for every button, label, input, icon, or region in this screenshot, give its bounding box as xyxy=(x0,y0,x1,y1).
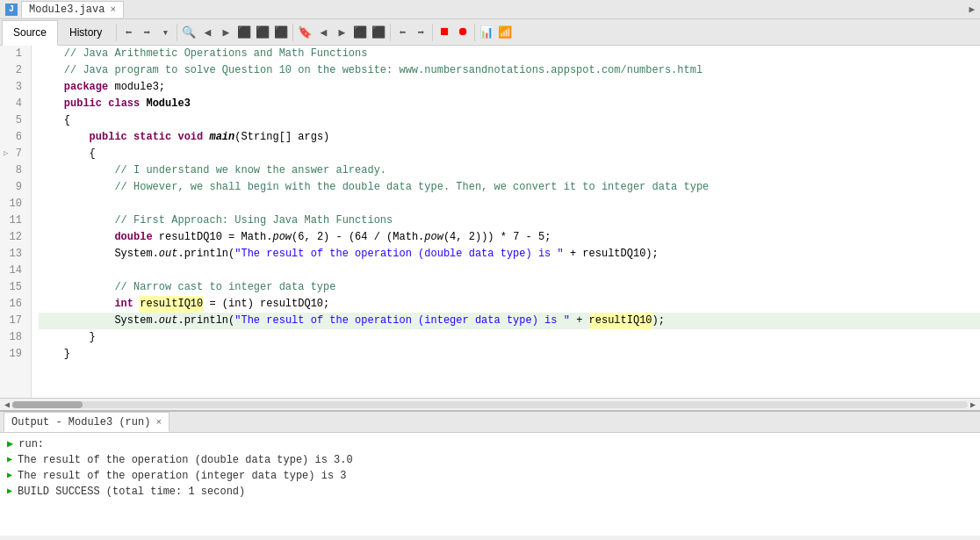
record-icon[interactable]: ⏺ xyxy=(454,24,472,41)
comment-15: // Narrow cast to integer data type xyxy=(39,279,335,296)
code-17-string: "The result of the operation (integer da… xyxy=(234,313,570,329)
hscroll-track[interactable] xyxy=(12,401,968,408)
toolbar-separator-4 xyxy=(390,24,391,41)
line-num-10: 10 xyxy=(5,196,25,212)
bookmark-icon[interactable]: 🔖 xyxy=(296,24,313,41)
line-num-12: 12 xyxy=(5,229,25,246)
code-17-plus: + xyxy=(570,313,589,329)
code-19-brace: } xyxy=(39,346,70,363)
bookmark-prev-icon[interactable]: ◀ xyxy=(314,24,332,41)
line-num-14: 14 xyxy=(5,263,25,279)
shift-right-icon[interactable]: ➡ xyxy=(412,24,429,41)
code-16-result-highlight: resultIQ10 xyxy=(140,296,203,313)
code-12-rest: resultDQ10 = Math.pow(6, 2) - (64 / (Mat… xyxy=(153,229,551,246)
output-text-4: BUILD SUCCESS (total time: 1 second) xyxy=(18,484,245,500)
line-numbers: 1 2 3 4 5 6 ▷7 8 9 10 11 12 13 14 15 16 … xyxy=(0,46,32,398)
close-tab-icon[interactable]: × xyxy=(110,4,116,15)
toggle-icon[interactable]: ⬛ xyxy=(272,24,290,41)
source-tab[interactable]: Source xyxy=(2,20,58,46)
code-line-15: // Narrow cast to integer data type xyxy=(39,279,980,296)
code-container: 1 2 3 4 5 6 ▷7 8 9 10 11 12 13 14 15 16 … xyxy=(0,46,980,398)
file-tab[interactable]: Module3.java × xyxy=(21,1,124,18)
find-next-icon[interactable]: ▶ xyxy=(217,24,234,41)
code-17-system: System.out.println( xyxy=(114,313,234,329)
editor-hscroll[interactable]: ◀ ▶ xyxy=(0,398,980,410)
output-text-3: The result of the operation (integer dat… xyxy=(18,468,346,484)
code-line-6: public static void main(String[] args) xyxy=(39,129,980,146)
output-header: Output - Module3 (run) × xyxy=(0,412,980,433)
code-3-indent xyxy=(39,79,64,96)
output-line-1: ▶ run: xyxy=(7,436,973,452)
comment-11: // First Approach: Using Java Math Funct… xyxy=(39,212,393,229)
output-text-1: run: xyxy=(18,436,44,452)
shift-left-icon[interactable]: ⬅ xyxy=(393,24,411,41)
clear-bookmarks-icon[interactable]: ⬛ xyxy=(370,24,387,41)
hscroll-left-arrow[interactable]: ◀ xyxy=(2,400,12,410)
code-6-params: (String[] args) xyxy=(234,129,329,146)
toolbar-icon-group-3: 🔖 ◀ ▶ ⬛ ⬛ xyxy=(296,24,387,41)
code-6-indent xyxy=(39,129,90,146)
code-12-double: double xyxy=(114,229,152,246)
output-line-2: ▶ The result of the operation (double da… xyxy=(7,452,973,468)
scroll-right-arrow[interactable]: ▶ xyxy=(969,4,975,15)
line-num-11: 11 xyxy=(5,212,25,229)
line-num-3: 3 xyxy=(5,79,25,96)
hscroll-right-arrow[interactable]: ▶ xyxy=(968,400,978,410)
line-num-16: 16 xyxy=(5,296,25,313)
code-16-sp xyxy=(133,296,140,313)
code-6-sp2 xyxy=(171,129,177,146)
code-line-3: package module3; xyxy=(39,79,980,96)
code-line-5: { xyxy=(39,112,980,129)
code-3-keyword: package xyxy=(64,79,108,96)
file-tab-label: Module3.java xyxy=(29,4,104,16)
code-line-12: double resultDQ10 = Math.pow(6, 2) - (64… xyxy=(39,229,980,246)
forward-icon[interactable]: ➡ xyxy=(138,24,155,41)
toolbar-separator-1 xyxy=(116,24,117,41)
output-panel: Output - Module3 (run) × ▶ run: ▶ The re… xyxy=(0,410,980,536)
find-prev-icon[interactable]: ◀ xyxy=(198,24,216,41)
code-line-16: int resultIQ10 = (int) resultDQ10; xyxy=(39,296,980,313)
code-editor[interactable]: // Java Arithmetic Operations and Math F… xyxy=(32,46,980,398)
line-num-7: ▷7 xyxy=(5,146,25,162)
toolbar-icon-group-2: 🔍 ◀ ▶ ⬛ ⬛ ⬛ xyxy=(180,24,290,41)
line-num-4: 4 xyxy=(5,96,25,112)
code-6-static: static xyxy=(133,129,171,146)
toggle-bookmark-icon[interactable]: ⬛ xyxy=(351,24,369,41)
dropdown-icon[interactable]: ▾ xyxy=(156,24,174,41)
comment-1: // Java Arithmetic Operations and Math F… xyxy=(39,46,367,62)
bar-icon[interactable]: 📶 xyxy=(496,24,514,41)
run-icon-2: ▶ xyxy=(7,452,12,468)
output-close-icon[interactable]: × xyxy=(155,417,162,428)
line-num-19: 19 xyxy=(5,346,25,363)
line-num-17: 17 xyxy=(5,313,25,329)
bookmark-next-icon[interactable]: ▶ xyxy=(333,24,350,41)
line-num-18: 18 xyxy=(5,329,25,346)
output-tab[interactable]: Output - Module3 (run) × xyxy=(4,412,169,432)
code-4-classname: Module3 xyxy=(140,96,191,112)
code-16-rest: = (int) resultDQ10; xyxy=(203,296,329,313)
code-13-system: System.out.println( xyxy=(114,246,234,263)
code-line-13: System.out.println("The result of the op… xyxy=(39,246,980,263)
chart-icon[interactable]: 📊 xyxy=(478,24,495,41)
code-line-7: { xyxy=(39,146,980,162)
code-4-indent xyxy=(39,96,64,112)
replace-icon[interactable]: ⬛ xyxy=(235,24,253,41)
stop-icon[interactable]: ⏹ xyxy=(436,24,453,41)
code-17-indent xyxy=(39,313,114,329)
code-line-19: } xyxy=(39,346,980,363)
line-num-13: 13 xyxy=(5,246,25,263)
code-5-brace: { xyxy=(39,112,70,129)
code-line-17: System.out.println("The result of the op… xyxy=(39,313,980,329)
code-line-2: // Java program to solve Question 10 on … xyxy=(39,62,980,79)
replace-all-icon[interactable]: ⬛ xyxy=(254,24,271,41)
code-3-rest: module3; xyxy=(108,79,165,96)
code-18-brace: } xyxy=(39,329,96,346)
code-16-indent xyxy=(39,296,114,313)
history-tab[interactable]: History xyxy=(58,19,113,45)
search-icon[interactable]: 🔍 xyxy=(180,24,198,41)
code-line-9: // However, we shall begin with the doub… xyxy=(39,179,980,196)
hscroll-thumb[interactable] xyxy=(12,401,83,408)
code-16-int: int xyxy=(114,296,133,313)
toolbar: Source History ⬅ ➡ ▾ 🔍 ◀ ▶ ⬛ ⬛ ⬛ 🔖 ◀ ▶ ⬛… xyxy=(0,19,980,46)
back-icon[interactable]: ⬅ xyxy=(119,24,137,41)
